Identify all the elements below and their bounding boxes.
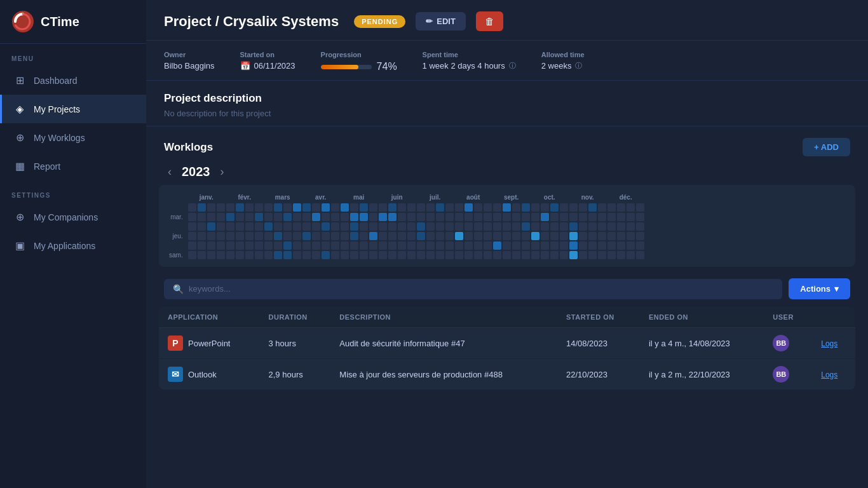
heatmap-cell[interactable]: [312, 232, 320, 240]
heatmap-cell[interactable]: [398, 203, 406, 212]
heatmap-cell[interactable]: [465, 232, 473, 240]
heatmap-cell[interactable]: [474, 241, 482, 250]
heatmap-cell[interactable]: [484, 222, 492, 231]
heatmap-cell[interactable]: [398, 213, 406, 221]
heatmap-cell[interactable]: [617, 203, 625, 212]
heatmap-cell[interactable]: [188, 213, 196, 221]
heatmap-cell[interactable]: [283, 203, 292, 212]
heatmap-cell[interactable]: [226, 213, 234, 221]
heatmap-cell[interactable]: [531, 241, 539, 250]
heatmap-cell[interactable]: [350, 251, 358, 259]
heatmap-cell[interactable]: [607, 222, 616, 231]
heatmap-cell[interactable]: [236, 213, 244, 221]
heatmap-cell[interactable]: [436, 232, 444, 240]
heatmap-cell[interactable]: [360, 251, 368, 259]
heatmap-cell[interactable]: [302, 241, 311, 250]
heatmap-cell[interactable]: [484, 251, 492, 259]
heatmap-cell[interactable]: [341, 251, 349, 259]
heatmap-cell[interactable]: [522, 213, 530, 221]
heatmap-cell[interactable]: [636, 241, 644, 250]
heatmap-cell[interactable]: [198, 251, 206, 259]
heatmap-cell[interactable]: [436, 222, 444, 231]
heatmap-cell[interactable]: [398, 251, 406, 259]
heatmap-cell[interactable]: [274, 241, 282, 250]
heatmap-cell[interactable]: [522, 232, 530, 240]
heatmap-cell[interactable]: [474, 213, 482, 221]
edit-button[interactable]: ✏ EDIT: [416, 12, 466, 30]
heatmap-cell[interactable]: [293, 213, 301, 221]
heatmap-cell[interactable]: [264, 241, 273, 250]
heatmap-cell[interactable]: [322, 232, 330, 240]
heatmap-cell[interactable]: [569, 203, 578, 212]
heatmap-cell[interactable]: [369, 203, 377, 212]
heatmap-cell[interactable]: [512, 232, 520, 240]
heatmap-cell[interactable]: [455, 232, 463, 240]
heatmap-cell[interactable]: [455, 251, 463, 259]
heatmap-cell[interactable]: [636, 203, 644, 212]
heatmap-cell[interactable]: [236, 241, 244, 250]
heatmap-cell[interactable]: [541, 241, 549, 250]
heatmap-cell[interactable]: [398, 232, 406, 240]
heatmap-cell[interactable]: [245, 232, 254, 240]
heatmap-cell[interactable]: [331, 203, 339, 212]
heatmap-cell[interactable]: [445, 232, 454, 240]
heatmap-cell[interactable]: [293, 241, 301, 250]
heatmap-cell[interactable]: [369, 213, 377, 221]
heatmap-cell[interactable]: [217, 251, 225, 259]
heatmap-cell[interactable]: [522, 203, 530, 212]
heatmap-cell[interactable]: [484, 241, 492, 250]
heatmap-cell[interactable]: [264, 213, 273, 221]
heatmap-cell[interactable]: [245, 213, 254, 221]
heatmap-cell[interactable]: [474, 222, 482, 231]
heatmap-cell[interactable]: [407, 232, 416, 240]
heatmap-cell[interactable]: [264, 203, 273, 212]
heatmap-cell[interactable]: [569, 251, 578, 259]
logs-link[interactable]: Logs: [821, 370, 837, 379]
heatmap-cell[interactable]: [484, 213, 492, 221]
heatmap-cell[interactable]: [512, 222, 520, 231]
heatmap-cell[interactable]: [560, 241, 568, 250]
heatmap-cell[interactable]: [407, 203, 416, 212]
heatmap-cell[interactable]: [503, 203, 511, 212]
heatmap-cell[interactable]: [264, 222, 273, 231]
heatmap-cell[interactable]: [350, 213, 358, 221]
heatmap-cell[interactable]: [226, 222, 234, 231]
heatmap-cell[interactable]: [531, 251, 539, 259]
heatmap-cell[interactable]: [627, 241, 635, 250]
heatmap-cell[interactable]: [560, 213, 568, 221]
heatmap-cell[interactable]: [312, 241, 320, 250]
heatmap-cell[interactable]: [531, 232, 539, 240]
heatmap-cell[interactable]: [493, 251, 501, 259]
heatmap-cell[interactable]: [484, 232, 492, 240]
heatmap-cell[interactable]: [388, 213, 397, 221]
heatmap-cell[interactable]: [627, 251, 635, 259]
heatmap-cell[interactable]: [617, 241, 625, 250]
heatmap-cell[interactable]: [503, 251, 511, 259]
heatmap-cell[interactable]: [198, 241, 206, 250]
heatmap-cell[interactable]: [379, 203, 387, 212]
heatmap-cell[interactable]: [379, 213, 387, 221]
heatmap-cell[interactable]: [512, 241, 520, 250]
heatmap-cell[interactable]: [436, 251, 444, 259]
heatmap-cell[interactable]: [617, 222, 625, 231]
sidebar-item-my-applications[interactable]: ▣ My Applications: [0, 231, 146, 260]
heatmap-cell[interactable]: [293, 203, 301, 212]
heatmap-cell[interactable]: [493, 241, 501, 250]
heatmap-cell[interactable]: [607, 203, 616, 212]
heatmap-cell[interactable]: [588, 241, 597, 250]
heatmap-cell[interactable]: [207, 251, 215, 259]
heatmap-cell[interactable]: [293, 222, 301, 231]
heatmap-cell[interactable]: [283, 251, 292, 259]
prev-year-button[interactable]: ‹: [164, 164, 175, 180]
heatmap-cell[interactable]: [198, 203, 206, 212]
heatmap-cell[interactable]: [465, 203, 473, 212]
heatmap-cell[interactable]: [569, 232, 578, 240]
heatmap-cell[interactable]: [541, 222, 549, 231]
heatmap-cell[interactable]: [331, 241, 339, 250]
heatmap-cell[interactable]: [312, 203, 320, 212]
heatmap-cell[interactable]: [503, 232, 511, 240]
heatmap-cell[interactable]: [569, 213, 578, 221]
heatmap-cell[interactable]: [274, 232, 282, 240]
heatmap-cell[interactable]: [302, 203, 311, 212]
heatmap-cell[interactable]: [369, 241, 377, 250]
